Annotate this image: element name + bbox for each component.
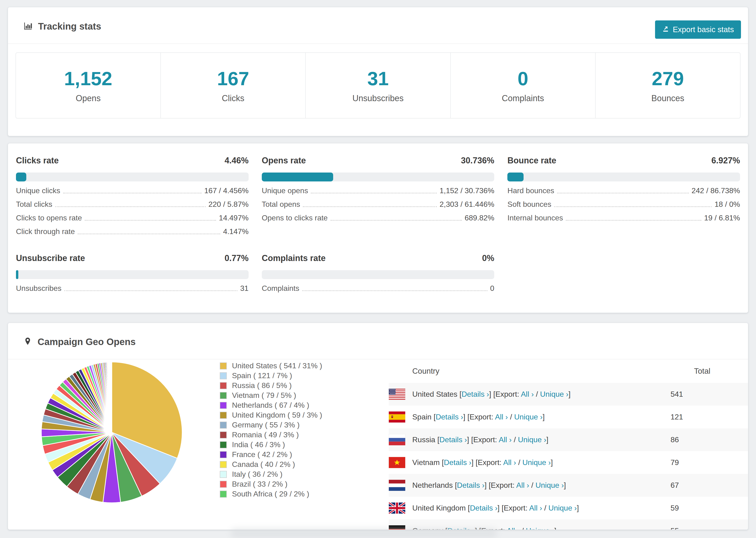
dotted-leader: [303, 206, 437, 207]
export-basic-stats-button[interactable]: Export basic stats: [655, 21, 741, 39]
legend-label: Netherlands ( 67 / 4% ): [232, 401, 309, 409]
stat-box-bounces: 279Bounces: [596, 53, 740, 118]
tracking-card-header: Tracking stats: [8, 7, 748, 32]
bracket-text: ] [Export:: [467, 435, 499, 444]
rate-row-value: 1,152 / 30.736%: [440, 187, 494, 195]
rate-title: Unsubscribe rate: [16, 253, 85, 263]
export-all-link[interactable]: All ›: [516, 481, 529, 489]
rate-progress-bar: [262, 173, 495, 182]
export-unique-link[interactable]: Unique ›: [540, 390, 568, 398]
bracket-text: ]: [551, 458, 553, 467]
bracket-text: ]: [546, 435, 549, 444]
rate-row-label: Click through rate: [16, 227, 75, 236]
stat-label: Clicks: [222, 93, 244, 103]
export-all-link[interactable]: All ›: [507, 526, 519, 530]
divider: [8, 43, 748, 44]
rate-row-value: 31: [240, 284, 249, 293]
rate-row-label: Unsubscribes: [16, 284, 62, 293]
legend-item: Russia ( 86 / 5% ): [220, 382, 322, 389]
rate-row-value: 242 / 86.738%: [692, 187, 740, 195]
slash-text: /: [516, 458, 522, 467]
details-link[interactable]: Details ›: [440, 435, 467, 444]
legend-label: Russia ( 86 / 5% ): [232, 381, 292, 390]
details-link[interactable]: Details ›: [470, 504, 497, 512]
stat-label: Opens: [76, 93, 101, 103]
rate-group-opens-rate: Opens rate30.736%Unique opens1,152 / 30.…: [262, 156, 495, 236]
rate-progress-fill: [507, 173, 523, 182]
rate-row-label: Total clicks: [16, 200, 52, 209]
dotted-leader: [63, 193, 202, 193]
stat-box-opens: 1,152Opens: [16, 53, 161, 118]
table-row: Russia [Details ›] [Export: All › / Uniq…: [389, 428, 748, 451]
es-flag-icon: [389, 411, 405, 422]
rate-row: Opens to clicks rate689.82%: [262, 215, 495, 222]
details-link[interactable]: Details ›: [436, 413, 463, 421]
country-cell: Vietnam [Details ›] [Export: All › / Uni…: [412, 458, 671, 467]
bracket-text: ]: [554, 526, 557, 530]
page: { "page": { "background": "#edeff1", "ac…: [0, 0, 756, 538]
country-name: United Kingdom [: [412, 504, 470, 512]
legend-label: Brazil ( 33 / 2% ): [232, 480, 288, 488]
export-unique-link[interactable]: Unique ›: [518, 435, 546, 444]
legend-swatch: [220, 491, 227, 498]
geo-legend: United States ( 541 / 31% )Spain ( 121 /…: [220, 362, 322, 498]
rate-title: Clicks rate: [16, 156, 59, 166]
rate-progress-fill: [262, 173, 333, 182]
rate-row-value: 4.147%: [223, 227, 249, 236]
dotted-leader: [55, 206, 206, 207]
legend-label: United States ( 541 / 31% ): [232, 361, 322, 370]
rate-row: Unsubscribes31: [16, 285, 249, 293]
export-all-link[interactable]: All ›: [495, 413, 508, 421]
geo-table-header: Country Total: [389, 359, 748, 383]
stats-row: 1,152Opens167Clicks31Unsubscribes0Compla…: [16, 52, 740, 119]
rate-value: 0%: [482, 253, 494, 263]
export-unique-link[interactable]: Unique ›: [522, 458, 551, 467]
country-name: Spain [: [412, 413, 436, 421]
table-row: United States [Details ›] [Export: All ›…: [389, 383, 748, 405]
legend-item: Spain ( 121 / 7% ): [220, 372, 322, 379]
country-column-header: Country: [412, 367, 694, 376]
bracket-text: ] [Export:: [463, 413, 495, 421]
geo-card-title: Campaign Geo Opens: [37, 337, 136, 347]
slash-text: /: [529, 481, 536, 489]
rates-card: Clicks rate4.46%Unique clicks167 / 4.456…: [8, 143, 748, 313]
geo-table: Country Total United States [Details ›] …: [389, 359, 748, 530]
stat-value: 0: [517, 68, 528, 90]
export-all-link[interactable]: All ›: [521, 390, 534, 398]
export-all-link[interactable]: All ›: [529, 504, 542, 512]
stat-label: Bounces: [651, 93, 684, 103]
legend-item: South Africa ( 29 / 2% ): [220, 490, 322, 498]
details-link[interactable]: Details ›: [461, 390, 489, 398]
export-unique-link[interactable]: Unique ›: [526, 526, 554, 530]
total-cell: 121: [671, 413, 748, 421]
rate-group-clicks-rate: Clicks rate4.46%Unique clicks167 / 4.456…: [16, 156, 249, 236]
rate-row: Hard bounces242 / 86.738%: [507, 188, 740, 195]
country-name: Russia [: [412, 435, 440, 444]
export-all-link[interactable]: All ›: [503, 458, 516, 467]
country-cell: Spain [Details ›] [Export: All › / Uniqu…: [412, 413, 671, 421]
rate-rows: Unique clicks167 / 4.456%Total clicks220…: [16, 188, 249, 236]
rate-row-value: 14.497%: [219, 214, 248, 222]
details-link[interactable]: Details ›: [457, 481, 484, 489]
export-unique-link[interactable]: Unique ›: [514, 413, 543, 421]
dotted-leader: [78, 234, 220, 234]
geo-card-header: Campaign Geo Opens: [8, 323, 748, 347]
bracket-text: ] [Export:: [485, 481, 516, 489]
vn-flag-icon: [389, 457, 405, 468]
legend-swatch: [220, 461, 227, 468]
rate-value: 30.736%: [461, 156, 494, 166]
stat-label: Unsubscribes: [352, 93, 404, 103]
legend-item: United States ( 541 / 31% ): [220, 362, 322, 369]
geo-content: United States ( 541 / 31% )Spain ( 121 /…: [8, 359, 748, 527]
rate-row: Unique opens1,152 / 30.736%: [262, 188, 495, 195]
legend-item: Romania ( 49 / 3% ): [220, 431, 322, 439]
rate-row: Internal bounces19 / 6.81%: [507, 215, 740, 222]
export-unique-link[interactable]: Unique ›: [549, 504, 577, 512]
legend-item: Netherlands ( 67 / 4% ): [220, 402, 322, 409]
export-unique-link[interactable]: Unique ›: [536, 481, 564, 489]
us-flag-icon: [389, 389, 405, 400]
tracking-card-title: Tracking stats: [38, 21, 101, 32]
rate-row-value: 167 / 4.456%: [204, 187, 249, 195]
export-all-link[interactable]: All ›: [499, 435, 512, 444]
details-link[interactable]: Details ›: [444, 458, 471, 467]
